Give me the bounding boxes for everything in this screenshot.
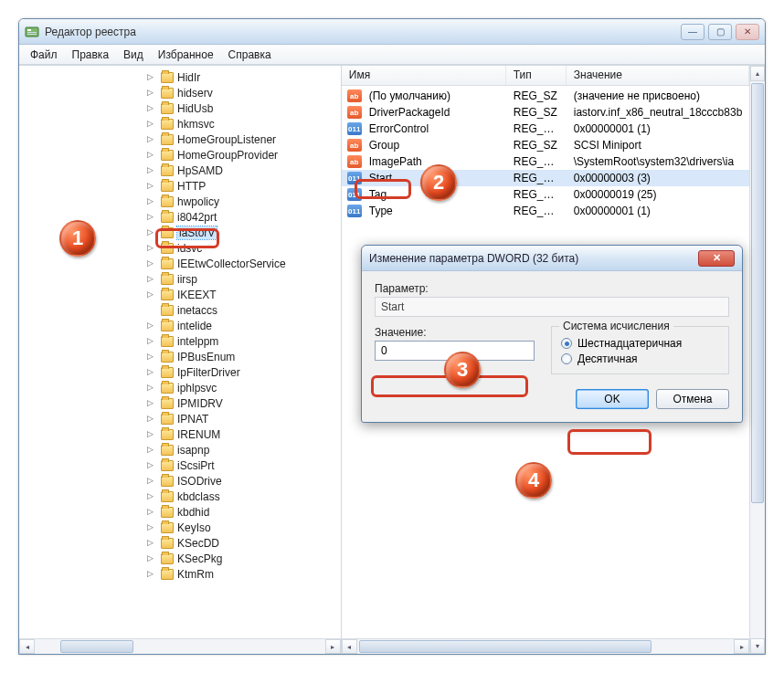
expand-icon[interactable] [147,119,157,129]
scroll-left-icon[interactable]: ◂ [19,639,35,654]
expand-icon[interactable] [147,507,157,517]
expand-icon[interactable] [147,88,157,98]
menu-help[interactable]: Справка [221,47,279,63]
scroll-thumb[interactable] [751,83,764,503]
tree-item[interactable]: idsvc [147,240,341,256]
expand-icon[interactable] [147,258,157,268]
list-row[interactable]: 011ErrorControlREG_D...0x00000001 (1) [342,121,750,137]
scroll-track[interactable] [750,81,765,638]
tree-item[interactable]: HpSAMD [147,163,341,178]
scroll-track[interactable] [357,639,735,654]
expand-icon[interactable] [147,538,157,548]
tree-item[interactable]: IPBusEnum [147,349,341,364]
tree-item[interactable]: intelppm [147,333,341,349]
expand-icon[interactable] [147,352,157,362]
tree-item[interactable]: i8042prt [147,209,341,225]
tree-item[interactable]: IRENUM [147,426,341,442]
scroll-left-icon[interactable]: ◂ [342,639,357,654]
list-row[interactable]: abImagePathREG_E...\SystemRoot\system32\… [342,153,750,170]
expand-icon[interactable] [147,196,157,206]
tree-item[interactable]: KSecDD [147,535,341,551]
tree-item[interactable]: HTTP [147,178,341,194]
expand-icon[interactable] [147,103,157,113]
tree-item[interactable]: isapnp [147,442,341,457]
tree-item[interactable]: HomeGroupListener [147,131,341,147]
tree-item[interactable]: HomeGroupProvider [147,147,341,163]
scroll-up-icon[interactable]: ▴ [750,66,765,81]
cancel-button[interactable]: Отмена [656,389,729,409]
tree-item[interactable]: HidUsb [147,100,341,116]
vscroll[interactable]: ▴ ▾ [749,66,765,654]
menu-favorites[interactable]: Избранное [151,47,221,63]
dialog-close-button[interactable]: ✕ [698,250,735,267]
tree-item[interactable]: HidIr [147,69,341,85]
expand-icon[interactable] [147,150,157,160]
tree-item[interactable]: iaStorV [147,225,341,240]
close-button[interactable]: ✕ [736,24,759,40]
tree-item[interactable]: kbdclass [147,489,341,504]
tree-item[interactable]: ISODrive [147,473,341,489]
radio-hex-row[interactable]: Шестнадцатеричная [561,337,719,350]
tree-item[interactable]: IPNAT [147,411,341,426]
expand-icon[interactable] [147,227,157,237]
tree-item[interactable]: IPMIDRV [147,395,341,411]
tree-item[interactable]: hwpolicy [147,194,341,209]
expand-icon[interactable] [147,274,157,284]
value-input[interactable] [375,341,535,361]
expand-icon[interactable] [147,491,157,501]
list-row[interactable]: 011TagREG_D...0x00000019 (25) [342,186,750,203]
expand-icon[interactable] [147,336,157,346]
list-row[interactable]: abDriverPackageIdREG_SZiastorv.inf_x86_n… [342,104,750,121]
expand-icon[interactable] [147,305,157,315]
expand-icon[interactable] [147,212,157,222]
menu-file[interactable]: Файл [23,47,65,63]
expand-icon[interactable] [147,134,157,144]
tree-item[interactable]: iphlpsvc [147,380,341,395]
tree-item[interactable]: hkmsvc [147,116,341,131]
list-row[interactable]: abGroupREG_SZSCSI Miniport [342,137,750,153]
list-row[interactable]: 011TypeREG_D...0x00000001 (1) [342,203,750,219]
tree-item[interactable]: iScsiPrt [147,457,341,473]
col-type[interactable]: Тип [506,66,567,85]
expand-icon[interactable] [147,429,157,439]
col-value[interactable]: Значение [567,66,750,85]
expand-icon[interactable] [147,445,157,455]
tree-item[interactable]: KSecPkg [147,551,341,566]
scroll-right-icon[interactable]: ▸ [325,639,341,654]
tree-hscroll[interactable]: ◂ ▸ [19,638,341,654]
expand-icon[interactable] [147,289,157,300]
list-row[interactable]: ab(По умолчанию)REG_SZ(значение не присв… [342,88,750,104]
scroll-track[interactable] [35,639,325,654]
scroll-right-icon[interactable]: ▸ [734,639,749,654]
expand-icon[interactable] [147,398,157,408]
radio-hex[interactable] [561,338,572,349]
ok-button[interactable]: OK [576,389,649,409]
expand-icon[interactable] [147,414,157,424]
list-header[interactable]: Имя Тип Значение [342,66,750,86]
expand-icon[interactable] [147,522,157,532]
tree-list[interactable]: HidIrhidservHidUsbhkmsvcHomeGroupListene… [19,66,341,638]
expand-icon[interactable] [147,72,157,82]
expand-icon[interactable] [147,321,157,331]
expand-icon[interactable] [147,476,157,486]
tree-item[interactable]: IEEtwCollectorService [147,256,341,271]
minimize-button[interactable]: — [681,24,705,40]
expand-icon[interactable] [147,569,157,579]
tree-item[interactable]: IKEEXT [147,287,341,302]
list-row[interactable]: 011StartREG_D...0x00000003 (3) [342,170,750,186]
expand-icon[interactable] [147,181,157,191]
col-name[interactable]: Имя [342,66,506,85]
scroll-thumb[interactable] [60,640,133,653]
menu-view[interactable]: Вид [116,47,151,63]
radio-dec-row[interactable]: Десятичная [561,352,719,365]
scroll-thumb[interactable] [359,640,652,653]
tree-item[interactable]: kbdhid [147,504,341,520]
expand-icon[interactable] [147,367,157,377]
expand-icon[interactable] [147,383,157,393]
tree-item[interactable]: inetaccs [147,302,341,318]
tree-item[interactable]: iirsp [147,271,341,287]
radio-dec[interactable] [561,353,572,364]
tree-item[interactable]: hidserv [147,85,341,100]
tree-item[interactable]: KtmRm [147,566,341,582]
scroll-down-icon[interactable]: ▾ [750,638,765,654]
